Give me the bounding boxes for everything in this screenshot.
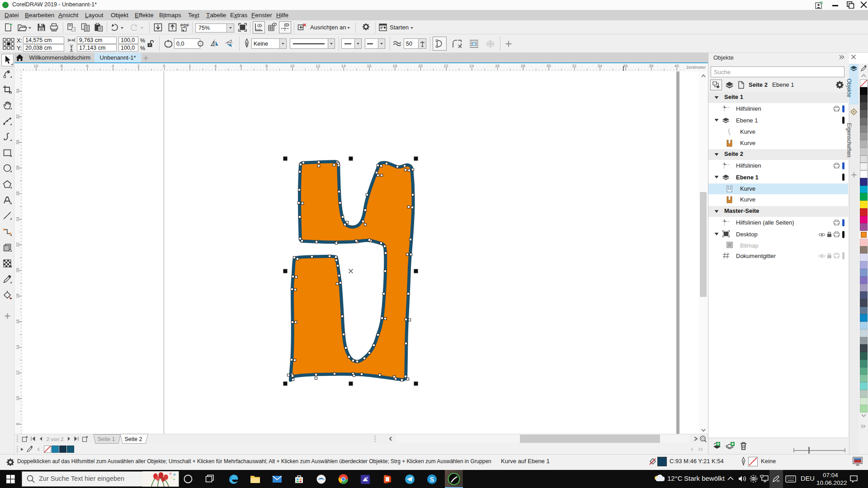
svg-text:4: 4: [214, 64, 217, 68]
svg-text:26: 26: [15, 191, 20, 196]
svg-text:18: 18: [15, 294, 20, 298]
svg-text:16: 16: [15, 319, 20, 324]
svg-text:26: 26: [495, 64, 500, 68]
svg-text:2: 2: [137, 64, 140, 68]
svg-text:30: 30: [546, 64, 551, 68]
svg-text:10: 10: [34, 64, 38, 68]
svg-text:36: 36: [623, 64, 627, 68]
svg-text:12: 12: [316, 64, 320, 68]
svg-text:18: 18: [392, 64, 397, 68]
svg-text:20: 20: [15, 268, 20, 272]
svg-text:24: 24: [469, 64, 474, 68]
svg-text:22: 22: [444, 64, 448, 68]
svg-text:28: 28: [15, 165, 20, 170]
svg-text:32: 32: [15, 114, 20, 119]
svg-text:6: 6: [86, 64, 88, 68]
svg-text:2: 2: [189, 64, 191, 68]
svg-text:8: 8: [265, 64, 268, 68]
svg-text:32: 32: [572, 64, 576, 68]
svg-text:22: 22: [15, 242, 20, 247]
svg-text:20: 20: [418, 64, 423, 68]
svg-text:34: 34: [598, 64, 602, 68]
svg-text:38: 38: [649, 64, 653, 68]
svg-text:8: 8: [61, 64, 63, 68]
svg-text:28: 28: [521, 64, 525, 68]
svg-text:0: 0: [163, 64, 165, 68]
svg-text:34: 34: [15, 89, 20, 93]
svg-text:14: 14: [341, 64, 346, 68]
svg-text:8: 8: [15, 423, 20, 425]
svg-text:S: S: [430, 476, 434, 483]
svg-text:16: 16: [367, 64, 372, 68]
svg-text:12: 12: [15, 371, 20, 375]
svg-text:6: 6: [240, 64, 242, 68]
svg-text:40: 40: [675, 64, 679, 68]
svg-text:Zentimeter: Zentimeter: [686, 65, 706, 70]
svg-text:14: 14: [15, 345, 20, 349]
svg-text:4: 4: [112, 64, 114, 68]
svg-text:10: 10: [15, 396, 20, 401]
svg-text:10: 10: [290, 64, 294, 68]
svg-text:24: 24: [15, 217, 20, 221]
svg-text:30: 30: [15, 140, 20, 145]
